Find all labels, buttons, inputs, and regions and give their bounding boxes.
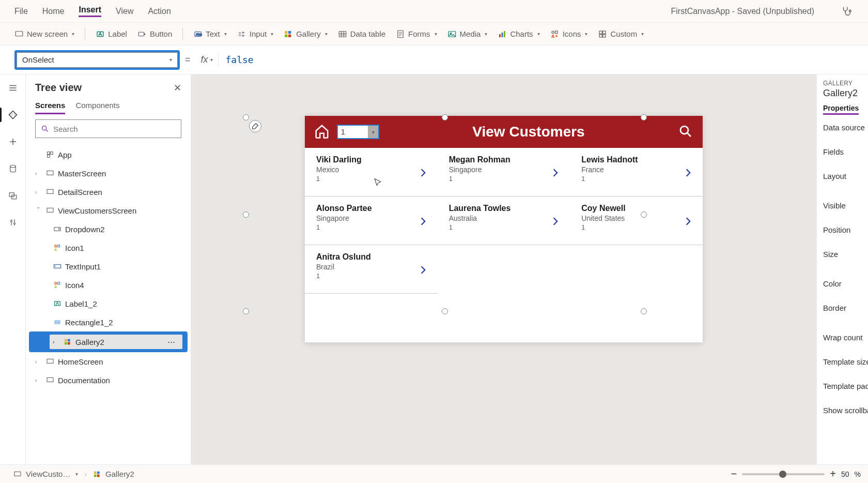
tree-node-textinput1[interactable]: TextInput1 xyxy=(26,257,191,276)
svg-point-51 xyxy=(680,126,688,134)
tree-search-input[interactable] xyxy=(53,125,176,133)
formula-bar: OnSelect ▾ = fx▾ xyxy=(0,46,868,74)
tree-search-box[interactable] xyxy=(35,119,181,138)
tree-node-detail[interactable]: › DetailScreen xyxy=(26,183,191,201)
breadcrumb-screen[interactable]: ViewCusto… ▾ xyxy=(13,470,78,478)
tree-label: Documentation xyxy=(58,376,110,385)
tree-node-icon1[interactable]: Icon1 xyxy=(26,238,191,257)
property-row[interactable]: Wrap count xyxy=(823,333,868,342)
menu-insert[interactable]: Insert xyxy=(79,5,101,17)
menu-home[interactable]: Home xyxy=(42,7,65,16)
forms-dropdown[interactable]: Forms▾ xyxy=(396,29,437,39)
fx-label: fx xyxy=(201,54,208,65)
svg-rect-22 xyxy=(603,31,606,34)
menu-action[interactable]: Action xyxy=(148,7,171,16)
tree-node-label1-2[interactable]: Label1_2 xyxy=(26,294,191,313)
tree-label: MasterScreen xyxy=(58,169,106,178)
tree-label: Label1_2 xyxy=(65,299,97,308)
tree-label: Dropdown2 xyxy=(65,225,105,234)
property-row[interactable]: Data source xyxy=(823,123,868,132)
custom-dropdown[interactable]: Custom▾ xyxy=(598,29,644,39)
svg-rect-1 xyxy=(16,31,23,36)
tab-properties[interactable]: Properties xyxy=(823,104,859,115)
formula-input[interactable] xyxy=(219,47,868,73)
tree-node-master[interactable]: › MasterScreen xyxy=(26,164,191,183)
icons-dropdown[interactable]: Icons▾ xyxy=(550,29,588,39)
insert-ribbon: New screen▾ Label Button Abc Text▾ Input… xyxy=(0,23,868,46)
svg-rect-56 xyxy=(97,474,100,477)
tree-node-documentation[interactable]: › Documentation xyxy=(26,371,191,389)
property-row[interactable]: Template size xyxy=(823,357,868,366)
hamburger-icon[interactable] xyxy=(7,82,19,94)
data-table-button[interactable]: Data table xyxy=(338,29,385,39)
screen-icon xyxy=(45,375,55,385)
tree-node-homescreen[interactable]: › HomeScreen xyxy=(26,352,191,371)
search-icon[interactable] xyxy=(678,124,693,141)
breadcrumb-label: ViewCusto… xyxy=(26,470,70,478)
properties-pane: GALLERY Gallery2 Properties Data sourceF… xyxy=(816,74,868,464)
button-button[interactable]: Button xyxy=(137,29,172,39)
svg-rect-39 xyxy=(58,245,60,247)
menu-file[interactable]: File xyxy=(14,7,28,16)
input-dropdown[interactable]: Input▾ xyxy=(237,29,273,39)
tree-list: App › MasterScreen › DetailScreen › View… xyxy=(26,143,191,464)
tree-node-app[interactable]: App xyxy=(26,145,191,164)
zoom-out-button[interactable]: − xyxy=(731,468,737,480)
svg-point-38 xyxy=(55,245,57,247)
more-options-icon[interactable]: ⋯ xyxy=(167,337,175,346)
template-edit-icon[interactable] xyxy=(249,120,261,132)
add-icon[interactable] xyxy=(7,135,19,148)
tab-screens[interactable]: Screens xyxy=(35,101,65,114)
menu-view[interactable]: View xyxy=(116,7,133,16)
tree-node-dropdown2[interactable]: Dropdown2 xyxy=(26,220,191,238)
svg-rect-3 xyxy=(138,32,144,36)
zoom-value: 50 xyxy=(841,470,849,478)
tree-view-icon[interactable] xyxy=(7,109,19,121)
breadcrumb-gallery[interactable]: Gallery2 xyxy=(93,470,134,478)
gallery-dd-label: Gallery xyxy=(296,29,321,38)
chevron-down-icon: › xyxy=(36,207,42,214)
selection-type-label: GALLERY xyxy=(823,80,868,87)
close-icon[interactable]: ✕ xyxy=(174,82,181,94)
property-row[interactable]: Fields xyxy=(823,147,868,156)
property-row[interactable]: Position xyxy=(823,225,868,234)
canvas-area[interactable]: 1 ▾ View Customers Viki Darling Mexico 1… xyxy=(191,74,816,464)
chevron-right-icon[interactable] xyxy=(683,216,693,230)
chevron-right-icon[interactable] xyxy=(683,168,693,181)
tree-view-title: Tree view xyxy=(35,82,82,94)
tab-components[interactable]: Components xyxy=(75,101,119,114)
svg-rect-21 xyxy=(599,31,602,34)
data-icon[interactable] xyxy=(7,162,19,175)
property-selector[interactable]: OnSelect ▾ xyxy=(17,52,178,68)
media-panel-icon[interactable] xyxy=(7,189,19,202)
tree-node-viewcustomers[interactable]: › ViewCustomersScreen xyxy=(26,201,191,220)
media-dropdown[interactable]: Media▾ xyxy=(447,29,488,39)
label-button[interactable]: Label xyxy=(96,29,127,39)
property-row[interactable]: Show scrollba xyxy=(823,406,868,415)
zoom-in-button[interactable]: + xyxy=(830,468,836,480)
zoom-slider[interactable] xyxy=(742,473,825,475)
charts-dd-label: Charts xyxy=(510,29,533,38)
tree-node-gallery2[interactable]: › Gallery2 ⋯ xyxy=(29,331,188,352)
property-row[interactable]: Visible xyxy=(823,201,868,210)
new-screen-button[interactable]: New screen▾ xyxy=(14,29,74,39)
property-row[interactable]: Template padd xyxy=(823,382,868,390)
gallery-dropdown[interactable]: Gallery▾ xyxy=(284,29,328,39)
svg-point-6 xyxy=(242,32,243,33)
tree-node-rectangle1-2[interactable]: Rectangle1_2 xyxy=(26,313,191,331)
text-dropdown[interactable]: Abc Text▾ xyxy=(193,29,227,39)
advanced-tools-icon[interactable] xyxy=(7,216,19,229)
fx-button[interactable]: fx▾ xyxy=(196,52,219,68)
svg-rect-9 xyxy=(288,31,291,34)
svg-rect-54 xyxy=(97,471,100,474)
diagnostics-icon[interactable] xyxy=(839,4,854,19)
property-row[interactable]: Color xyxy=(823,279,868,288)
tree-label: Icon4 xyxy=(65,281,84,290)
property-row[interactable]: Layout xyxy=(823,172,868,180)
property-row[interactable]: Border xyxy=(823,304,868,312)
top-menu-bar: File Home Insert View Action FirstCanvas… xyxy=(0,0,868,23)
property-row[interactable]: Size xyxy=(823,250,868,259)
tree-node-icon4[interactable]: Icon4 xyxy=(26,276,191,294)
gallery-icon xyxy=(63,337,72,346)
charts-dropdown[interactable]: Charts▾ xyxy=(498,29,539,39)
